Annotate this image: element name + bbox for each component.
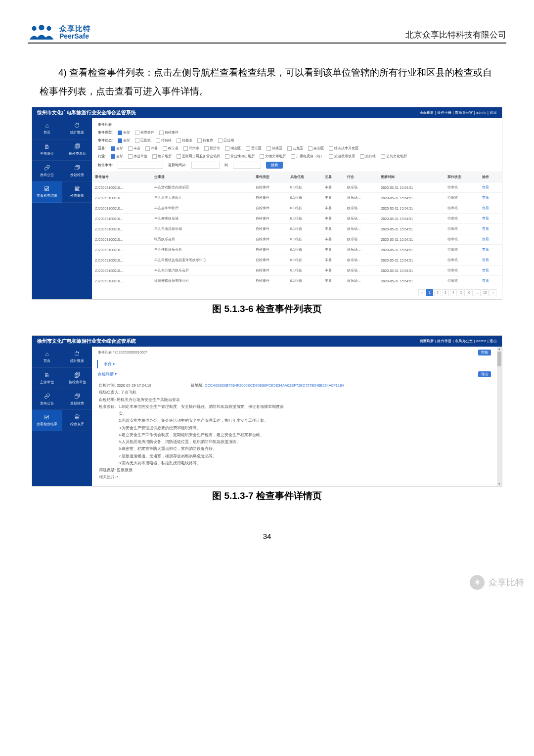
filter-option[interactable]: 已过期 [218, 138, 234, 143]
search-button[interactable]: 搜索 [266, 162, 283, 169]
filter-option[interactable]: 营业性演出场所 [225, 154, 255, 159]
scroll-down-icon[interactable]: ▾ [498, 482, 500, 486]
check-item: 8.室内无大功率用电器、私拉乱接用电线路等。 [119, 460, 287, 467]
filter-option[interactable]: 泉山区 [308, 146, 324, 151]
table-row: ZJ20053100010...丰县麦道娱乐城自检事件6.1很低丰县娱乐场...… [92, 214, 502, 224]
logo-mark-icon [28, 24, 55, 41]
nav-icon: 🗐 [63, 143, 91, 151]
pager[interactable]: <123456...10> [92, 286, 502, 299]
nav-发起检查[interactable]: 🗇发起检查 [62, 389, 92, 410]
nav-统计数据[interactable]: ⏱统计数据 [62, 347, 92, 368]
nav-被检查单位[interactable]: 🗐被检查单位 [62, 139, 92, 161]
filter-option[interactable]: 鼓楼区 [267, 146, 282, 151]
filter-option[interactable]: 旅游星级饭店 [329, 154, 355, 159]
audit-button[interactable]: 审核 [478, 350, 491, 356]
filter-option[interactable]: 全部 [118, 130, 130, 135]
filter-option[interactable]: 云龙区 [287, 146, 303, 151]
table-row: ZJ20053100010...丰县星光大道歌厅自检事件6.1很低丰县娱乐场..… [92, 193, 502, 203]
filter-option[interactable]: 广播电视台（站） [291, 154, 324, 159]
page-...[interactable]: ... [474, 289, 481, 296]
table-row: ZJ20053100010...丰县嘉年华歌厅自检事件6.1很低丰县娱乐场...… [92, 203, 502, 214]
nav-查看检查结果[interactable]: 🗹查看检查结果 [32, 410, 62, 431]
nav-查看检查结果[interactable]: 🗹查看检查结果 [32, 181, 62, 203]
view-link[interactable]: 查看 [482, 227, 489, 230]
date-label: 更新时间从: [168, 163, 186, 168]
logo: 众享比特 PeerSafe [28, 24, 91, 41]
export-button[interactable]: 导出 [478, 371, 491, 377]
nav-主管单位[interactable]: 🗎主管单位 [32, 139, 62, 161]
filter-option[interactable]: 全部 [111, 154, 123, 159]
date-from-input[interactable] [191, 162, 220, 169]
nav-发布公告[interactable]: 🗪发布公告 [32, 161, 62, 182]
table-row: ZJ20053100010...丰县自由港娱乐城自检事件6.1很低丰县娱乐场..… [92, 224, 502, 234]
filter-option[interactable]: 文物文博场所 [260, 154, 286, 159]
view-link[interactable]: 查看 [482, 248, 489, 251]
nav-检查表库[interactable]: 🏛检查表库 [62, 410, 92, 431]
scroll-up-icon[interactable]: ▴ [498, 347, 500, 351]
section-selfcheck[interactable]: 自检详情 ▾ [98, 370, 123, 378]
filter-option[interactable]: 公共文化场所 [381, 154, 407, 159]
view-link[interactable]: 查看 [482, 206, 489, 210]
filter-option[interactable]: 经济技术开发区 [329, 146, 358, 151]
search-input[interactable] [118, 162, 163, 169]
nav-统计数据[interactable]: ⏱统计数据 [62, 118, 92, 139]
filter-option[interactable]: 待自检 [156, 138, 172, 143]
page->[interactable]: > [490, 289, 496, 296]
filter-option[interactable]: 已指派 [135, 138, 151, 143]
view-link[interactable]: 查看 [482, 196, 489, 199]
nav-被检查单位[interactable]: 🗐被检查单位 [62, 368, 92, 389]
nav-检查表库[interactable]: 🏛检查表库 [62, 181, 92, 203]
filter-option[interactable]: 全部 [111, 146, 123, 151]
view-link[interactable]: 查看 [482, 217, 489, 220]
page-1[interactable]: 1 [426, 289, 433, 296]
view-link[interactable]: 查看 [482, 279, 489, 282]
filter-option[interactable]: 待复查 [197, 138, 213, 143]
filter-option[interactable]: 自检事件 [159, 130, 178, 135]
filter-option[interactable]: 全部 [118, 138, 130, 143]
view-link[interactable]: 查看 [482, 258, 489, 262]
page-4[interactable]: 4 [450, 289, 457, 296]
caption-1: 图 5.1.3-6 检查事件列表页 [28, 303, 506, 315]
filter-option[interactable]: 铜山区 [225, 146, 241, 151]
scroll-thumb[interactable] [497, 352, 501, 366]
table-row: ZJ20053100010...唯秀娱乐会所自检事件6.1很低丰县娱乐场...2… [92, 234, 502, 245]
table-row: ZJ20053100010...丰县佳期娱乐会所自检事件6.1很低丰县娱乐场..… [92, 245, 502, 255]
filter-option[interactable]: 睢宁县 [163, 146, 178, 151]
filter-option[interactable]: 丰县 [128, 146, 140, 151]
page-3[interactable]: 3 [442, 289, 449, 296]
breadcrumb[interactable]: 事件列表 / ZJ200529000010007 [98, 350, 147, 355]
filter-option[interactable]: 互联网上网服务营业场所 [177, 154, 220, 159]
app-topbar-2: 徐州市文化广电和旅游行业安全综合监管系统 页面刷新 | 操作手册 | 市局办公室… [32, 336, 502, 347]
detail-block: 自检时间: 2020-05-29 17:24:19 链地址: CCCA0E920… [92, 381, 497, 486]
nav-icon: 🏛 [63, 414, 91, 421]
filter-option[interactable]: 沛县 [145, 146, 158, 151]
nav-首页[interactable]: ⌂首页 [32, 118, 62, 139]
page-2[interactable]: 2 [434, 289, 441, 296]
nav-发起检查[interactable]: 🗇发起检查 [62, 161, 92, 182]
chain-hash[interactable]: CCCA0E920B76E4F2006ECD95E89FCE5E34AA02BF… [205, 383, 344, 388]
page-10[interactable]: 10 [482, 289, 489, 296]
filter-option[interactable]: 旅行社 [360, 154, 376, 159]
filter-option[interactable]: 检查事件 [135, 130, 154, 135]
top-right-links[interactable]: 页面刷新 | 操作手册 | 市局办公室 | admin | 退出 [420, 110, 497, 115]
page-5[interactable]: 5 [458, 289, 465, 296]
view-link[interactable]: 查看 [482, 185, 489, 189]
date-to-input[interactable] [233, 162, 261, 169]
section-event[interactable]: 事件 ▾ [97, 360, 497, 368]
page-6[interactable]: 6 [466, 289, 473, 296]
filter-option[interactable]: 待整改 [177, 138, 192, 143]
top-right-links-2[interactable]: 页面刷新 | 操作手册 | 市局办公室 | admin | 退出 [420, 339, 497, 344]
filter-option[interactable]: 娱乐场所 [152, 154, 172, 159]
nav-icon: 🏛 [63, 185, 91, 193]
nav-发布公告[interactable]: 🗪发布公告 [32, 389, 62, 410]
nav-主管单位[interactable]: 🗎主管单位 [32, 368, 62, 389]
filter-option[interactable]: 邳州市 [183, 146, 199, 151]
view-link[interactable]: 查看 [482, 237, 489, 241]
view-link[interactable]: 查看 [482, 268, 489, 272]
filter-option[interactable]: 新沂市 [204, 146, 220, 151]
scrollbar[interactable]: ▴ ▾ [497, 347, 502, 486]
filter-option[interactable]: 贾汪区 [246, 146, 262, 151]
svg-point-2 [46, 26, 51, 31]
filter-option[interactable]: 事业单位 [128, 154, 147, 159]
nav-首页[interactable]: ⌂首页 [32, 347, 62, 368]
